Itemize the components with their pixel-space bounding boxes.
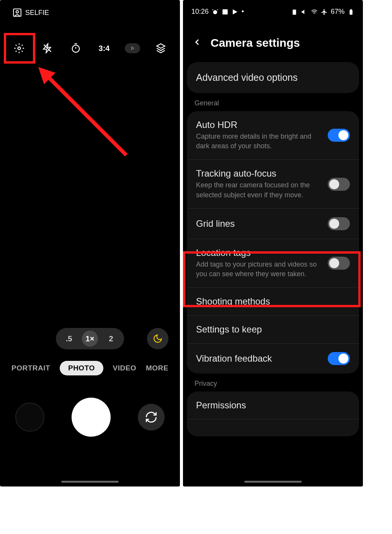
- auto-hdr-title: Auto HDR: [196, 120, 321, 130]
- grid-toggle[interactable]: [328, 217, 350, 230]
- keep-title: Settings to keep: [196, 324, 343, 335]
- section-privacy: Privacy: [187, 373, 359, 391]
- settings-header: Camera settings: [183, 36, 309, 49]
- shooting-methods-row[interactable]: Shooting methods: [187, 288, 359, 316]
- motion-photo-icon[interactable]: [125, 41, 140, 56]
- location-toggle[interactable]: [328, 257, 350, 270]
- gear-icon[interactable]: [11, 41, 27, 56]
- page-title: Camera settings: [211, 36, 300, 49]
- mode-portrait[interactable]: PORTRAIT: [11, 364, 50, 372]
- permissions-title: Permissions: [196, 400, 343, 411]
- auto-hdr-desc: Capture more details in the bright and d…: [196, 132, 321, 151]
- timer-icon[interactable]: [68, 41, 83, 56]
- vibration-title: Vibration feedback: [196, 353, 321, 364]
- battery-percent: 67%: [331, 8, 345, 16]
- camera-toolbar: 3:4: [0, 41, 180, 56]
- svg-rect-13: [351, 9, 352, 10]
- zoom-1x[interactable]: 1×: [82, 331, 98, 347]
- zoom-2x[interactable]: 2: [105, 334, 117, 343]
- battery-icon: [348, 8, 354, 15]
- shooting-title: Shooting methods: [196, 296, 343, 307]
- mode-video[interactable]: VIDEO: [113, 364, 137, 372]
- svg-marker-7: [38, 67, 56, 84]
- selfie-label: SELFIE: [25, 9, 49, 17]
- filters-icon[interactable]: [153, 41, 168, 56]
- section-general: General: [187, 93, 359, 111]
- image-icon: [222, 8, 229, 15]
- svg-rect-9: [222, 9, 228, 15]
- wifi-icon: [311, 8, 318, 15]
- svg-rect-10: [292, 10, 296, 15]
- status-dot: •: [242, 8, 244, 16]
- battery-saver-icon: [291, 8, 298, 15]
- privacy-card: Permissions: [187, 391, 359, 436]
- status-bar: 10:26 • 67%: [183, 8, 363, 16]
- vibration-feedback-row[interactable]: Vibration feedback: [187, 344, 359, 373]
- svg-line-6: [46, 75, 126, 155]
- tracking-af-row[interactable]: Tracking auto-focus Keep the rear camera…: [187, 160, 359, 208]
- night-mode-button[interactable]: [147, 328, 168, 349]
- back-button[interactable]: [192, 37, 202, 49]
- cutoff-row: [187, 419, 359, 436]
- play-store-icon: [232, 8, 238, 15]
- advanced-video-card[interactable]: Advanced video options: [187, 62, 359, 93]
- alarm-icon: [212, 8, 219, 15]
- svg-point-8: [213, 10, 217, 14]
- settings-to-keep-row[interactable]: Settings to keep: [187, 316, 359, 344]
- location-desc: Add tags to your pictures and videos so …: [196, 260, 321, 279]
- airplane-icon: [321, 8, 328, 15]
- flash-off-icon[interactable]: [40, 41, 55, 56]
- location-title: Location tags: [196, 247, 321, 258]
- auto-hdr-row[interactable]: Auto HDR Capture more details in the bri…: [187, 111, 359, 160]
- zoom-wide[interactable]: .5: [63, 334, 75, 343]
- permissions-row[interactable]: Permissions: [187, 391, 359, 419]
- svg-point-4: [72, 45, 80, 52]
- shutter-button[interactable]: [72, 398, 111, 437]
- annotation-arrow: [31, 59, 130, 159]
- camera-settings-screen: 10:26 • 67% Camera settings Advanced vid…: [183, 0, 363, 486]
- tracking-title: Tracking auto-focus: [196, 168, 321, 179]
- advanced-video-label: Advanced video options: [196, 72, 350, 83]
- tracking-toggle[interactable]: [328, 178, 350, 191]
- status-time: 10:26: [191, 8, 209, 16]
- switch-camera-button[interactable]: [138, 404, 165, 431]
- shutter-row: [0, 398, 180, 437]
- tracking-desc: Keep the rear camera focused on the sele…: [196, 180, 321, 200]
- selfie-badge: SELFIE: [12, 8, 49, 18]
- zoom-selector[interactable]: .5 1× 2: [56, 328, 124, 349]
- mode-photo[interactable]: PHOTO: [60, 361, 103, 375]
- gallery-preview[interactable]: [15, 403, 44, 432]
- nav-handle[interactable]: [244, 481, 302, 483]
- settings-list[interactable]: Advanced video options General Auto HDR …: [183, 62, 363, 486]
- grid-lines-row[interactable]: Grid lines: [187, 209, 359, 239]
- ratio-button[interactable]: 3:4: [96, 41, 112, 56]
- svg-point-1: [16, 11, 19, 13]
- svg-line-11: [305, 10, 307, 13]
- mode-more[interactable]: MORE: [146, 364, 168, 372]
- mode-selector: PORTRAIT PHOTO VIDEO MORE: [0, 361, 180, 375]
- svg-point-2: [18, 47, 21, 50]
- auto-hdr-toggle[interactable]: [328, 129, 350, 142]
- grid-title: Grid lines: [196, 218, 321, 229]
- vibration-toggle[interactable]: [328, 352, 350, 365]
- svg-rect-12: [350, 10, 353, 15]
- camera-app-screen: SELFIE 3:4 .5 1× 2 PORTRAIT PHOTO V: [0, 0, 180, 486]
- svg-marker-5: [132, 47, 134, 50]
- location-tags-row[interactable]: Location tags Add tags to your pictures …: [187, 239, 359, 288]
- nav-handle[interactable]: [61, 481, 119, 483]
- mute-icon: [301, 8, 308, 15]
- general-card: Auto HDR Capture more details in the bri…: [187, 111, 359, 373]
